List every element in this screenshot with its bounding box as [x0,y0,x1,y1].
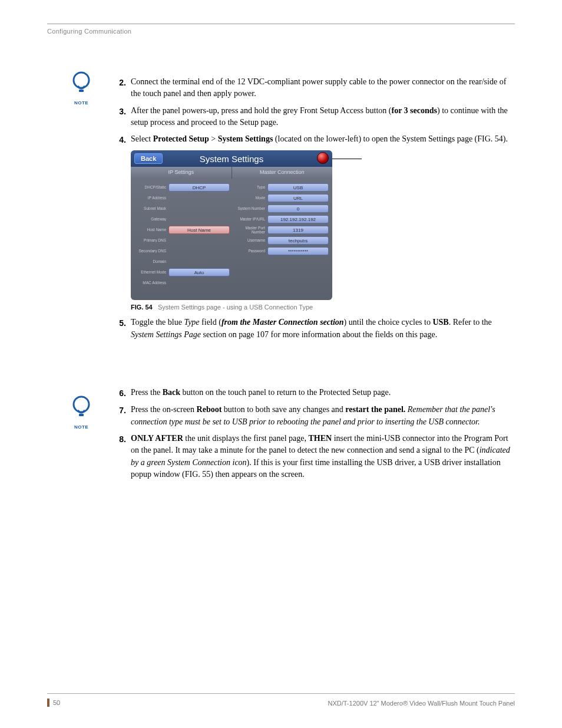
setting-label: MAC Address [134,281,168,285]
figure-text: System Settings page - using a USB Conne… [154,304,313,311]
step-item: 5.Toggle the blue Type field (from the M… [112,317,515,341]
setting-label: Ethernet Mode [134,270,168,274]
system-settings-screenshot: Back System Settings IP Settings Master … [131,150,515,300]
setting-row: Domain [134,256,230,266]
setting-row: DHCP/StaticDHCP [134,182,230,192]
setting-field [168,247,230,255]
setting-field[interactable]: techpubs [267,236,329,245]
step-number: 4. [112,134,126,146]
note-spacer [77,345,515,387]
setting-row: Gateway [134,214,230,224]
setting-field[interactable]: USB [267,183,329,192]
setting-row: Primary DNS [134,235,230,245]
step-number: 7. [112,404,126,428]
setting-row: IP Address [134,193,230,203]
content: 2.Connect the terminal end of the 12 VDC… [77,76,515,480]
setting-label: Username [233,238,267,242]
setting-field[interactable]: 1319 [267,226,329,234]
svg-rect-1 [79,90,84,92]
step-item: 6.Press the Back button on the touch pan… [112,387,515,399]
ip-settings-column: DHCP/StaticDHCPIP AddressSubnet MaskGate… [134,182,230,288]
setting-label: Master IP/URL [233,217,267,221]
step-text: Press the on-screen Reboot button to bot… [131,404,515,428]
panel-tabs: IP Settings Master Connection [131,167,332,179]
note-label: NOTE [71,424,92,430]
system-settings-panel: Back System Settings IP Settings Master … [131,150,332,300]
setting-row: Secondary DNS [134,246,230,256]
step-text: After the panel powers-up, press and hol… [131,105,515,129]
setting-row: Usernametechpubs [233,235,329,245]
setting-label: Type [233,185,267,189]
master-connection-column: TypeUSBModeURLSystem Number0Master IP/UR… [233,182,329,288]
setting-row: TypeUSB [233,182,329,192]
setting-field[interactable]: URL [267,194,329,202]
back-button[interactable]: Back [134,153,163,164]
step-number: 3. [112,106,126,129]
header-section: Configuring Communication [47,28,515,35]
setting-row: Master IP/URL192.192.192.192 [233,214,329,224]
svg-point-0 [74,73,89,88]
setting-label: Mode [233,196,267,200]
setting-field [168,258,230,266]
step-text: Toggle the blue Type field (from the Mas… [131,317,515,341]
svg-point-2 [74,397,89,412]
setting-row: MAC Address [134,278,230,288]
step-item: 8.ONLY AFTER the unit displays the first… [112,433,515,480]
setting-field[interactable]: *********** [267,247,329,255]
page-number: 50 [53,699,60,706]
steps-list-c: 6.Press the Back button on the touch pan… [112,387,515,480]
setting-row: Subnet Mask [134,203,230,213]
footer-product: NXD/T-1200V 12" Modero® Video Wall/Flush… [328,700,515,707]
setting-row: Password*********** [233,246,329,256]
setting-label: DHCP/Static [134,185,168,189]
status-indicator-icon [317,152,329,164]
step-item: 2.Connect the terminal end of the 12 VDC… [112,76,515,100]
steps-list-a: 2.Connect the terminal end of the 12 VDC… [112,76,515,146]
setting-field [168,279,230,287]
steps-list-b: 5.Toggle the blue Type field (from the M… [112,317,515,341]
setting-field[interactable]: 192.192.192.192 [267,215,329,223]
step-text: Connect the terminal end of the 12 VDC-c… [131,76,515,100]
setting-row: Ethernet ModeAuto [134,267,230,277]
setting-label: Subnet Mask [134,206,168,210]
setting-field[interactable]: 0 [267,205,329,213]
setting-row: ModeURL [233,193,329,203]
step-text: Press the Back button on the touch panel… [131,387,515,399]
setting-field [168,215,230,223]
setting-label: Gateway [134,217,168,221]
setting-label: Password [233,249,267,253]
figure-caption: FIG. 54 System Settings page - using a U… [131,304,515,311]
setting-row: Host NameHost Name [134,225,230,235]
note-icon: NOTE [71,395,92,430]
tab-master-connection[interactable]: Master Connection [232,167,333,179]
setting-field [168,236,230,245]
setting-field [168,194,230,202]
setting-field[interactable]: Host Name [168,226,230,234]
setting-row: System Number0 [233,203,329,213]
setting-label: IP Address [134,196,168,200]
setting-field [168,205,230,213]
svg-rect-3 [79,414,84,416]
panel-titlebar: Back System Settings [131,150,332,167]
step-item: 7.Press the on-screen Reboot button to b… [112,404,515,428]
note-icon: NOTE [71,71,92,106]
step-text: ONLY AFTER the unit displays the first p… [131,433,515,480]
tab-ip-settings[interactable]: IP Settings [131,167,232,179]
step-number: 8. [112,433,126,480]
step-number: 5. [112,317,126,341]
setting-field[interactable]: DHCP [168,183,230,192]
header-rule [47,24,515,24]
callout-line [332,159,362,159]
step-item: 4.Select Protected Setup > System Settin… [112,133,515,146]
setting-label: Primary DNS [134,238,168,242]
panel-body: DHCP/StaticDHCPIP AddressSubnet MaskGate… [131,179,332,293]
setting-label: Secondary DNS [134,249,168,253]
page: Configuring Communication NOTE 2.Connect… [0,0,562,503]
setting-label: System Number [233,206,267,210]
footer: 50 NXD/T-1200V 12" Modero® Video Wall/Fl… [47,693,515,707]
setting-field[interactable]: Auto [168,268,230,276]
setting-label: Master Port Number [233,226,267,234]
step-number: 6. [112,387,126,399]
setting-row: Master Port Number1319 [233,225,329,235]
setting-label: Domain [134,259,168,263]
